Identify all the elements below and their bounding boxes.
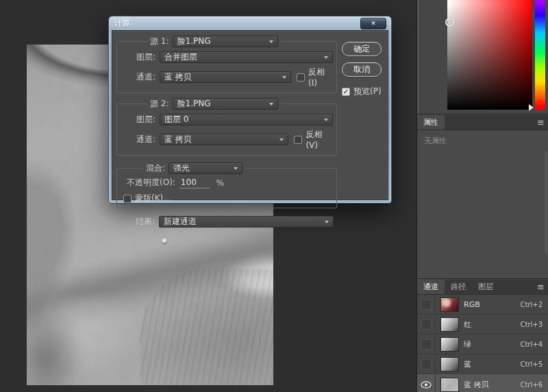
color-sample-cursor[interactable] xyxy=(445,18,454,27)
channel-name: 蓝 拷贝 xyxy=(464,380,520,390)
blending-group: 混合: 强光 不透明度(O): % 蒙版(K)... xyxy=(116,162,337,208)
saturation-brightness-field[interactable] xyxy=(447,0,532,110)
visibility-toggle[interactable] xyxy=(417,334,436,354)
channel-name: 绿 xyxy=(464,339,520,350)
source2-layer-value: 图层 0 xyxy=(164,114,188,125)
channel-thumbnail[interactable] xyxy=(440,357,459,371)
channel-row-red[interactable]: 红 Ctrl+3 xyxy=(417,315,548,334)
source2-channel-value: 蓝 拷贝 xyxy=(164,134,192,145)
eye-well xyxy=(421,319,432,330)
eye-icon xyxy=(421,381,432,389)
source1-channel-label: 通道: xyxy=(117,71,155,83)
source1-label: 源 1: xyxy=(150,36,169,47)
channels-panel: 通道 路径 图层 ≡ RGB Ctrl+2 红 Ctrl+3 xyxy=(417,280,548,392)
mask-label: 蒙版(K)... xyxy=(135,193,171,204)
properties-tabbar: 属性 ≡ xyxy=(417,115,548,130)
chevron-down-icon xyxy=(269,40,273,43)
cancel-button[interactable]: 取消 xyxy=(342,62,382,77)
channel-name: 蓝 xyxy=(464,359,520,369)
channel-thumbnail[interactable] xyxy=(440,337,459,352)
source1-channel-value: 蓝 拷贝 xyxy=(164,71,192,83)
opacity-label: 不透明度(O): xyxy=(127,177,175,188)
source1-invert-checkbox[interactable] xyxy=(297,73,305,82)
source1-file-dropdown[interactable]: 脸1.PNG xyxy=(173,36,278,47)
tab-layers[interactable]: 图层 xyxy=(472,280,499,294)
dialog-title: 计算 xyxy=(114,18,130,29)
visibility-toggle[interactable] xyxy=(417,374,436,392)
channel-thumbnail[interactable] xyxy=(440,297,459,312)
chevron-down-icon xyxy=(325,221,329,223)
color-picker-panel xyxy=(417,0,548,114)
chevron-down-icon xyxy=(324,119,328,121)
chevron-down-icon xyxy=(279,138,284,141)
preview-checkbox[interactable]: ✓ xyxy=(342,88,350,96)
blend-mode-value: 强光 xyxy=(173,162,190,174)
panel-menu-icon[interactable]: ≡ xyxy=(537,282,545,291)
source2-label: 源 2: xyxy=(150,98,169,110)
source1-invert-label: 反相(I) xyxy=(308,66,333,88)
chevron-down-icon xyxy=(269,103,273,106)
source2-layer-label: 图层: xyxy=(117,114,155,125)
tab-paths[interactable]: 路径 xyxy=(445,280,472,294)
source1-group: 源 1: 脸1.PNG 图层: 合并图层 通道: 蓝 xyxy=(116,36,337,93)
dialog-body: 源 1: 脸1.PNG 图层: 合并图层 通道: 蓝 xyxy=(112,30,388,200)
result-value: 新建通道 xyxy=(164,216,197,228)
channel-shortcut: Ctrl+6 xyxy=(520,381,543,389)
opacity-input[interactable] xyxy=(179,177,210,188)
channel-name: RGB xyxy=(464,300,520,309)
eye-well xyxy=(421,359,432,369)
channel-shortcut: Ctrl+5 xyxy=(520,360,543,368)
dialog-actions: 确定 取消 ✓ 预览(P) xyxy=(340,42,383,97)
channel-row-blue[interactable]: 蓝 Ctrl+5 xyxy=(417,354,548,374)
source2-channel-dropdown[interactable]: 蓝 拷贝 xyxy=(160,134,288,145)
channel-shortcut: Ctrl+2 xyxy=(520,301,543,308)
source2-invert-checkbox[interactable] xyxy=(294,136,302,144)
close-icon[interactable]: ✕ xyxy=(360,18,386,29)
hue-slider-marker-icon[interactable] xyxy=(529,104,534,111)
panel-column: 属性 ≡ 无属性 通道 路径 图层 ≡ RGB Ctrl+2 xyxy=(416,0,548,392)
channel-shortcut: Ctrl+4 xyxy=(520,341,543,348)
source1-layer-label: 图层: xyxy=(117,51,155,63)
no-properties-text: 无属性 xyxy=(424,136,447,146)
tab-channels[interactable]: 通道 xyxy=(417,280,445,294)
chevron-down-icon xyxy=(282,76,286,79)
eye-well xyxy=(421,299,432,310)
result-dropdown[interactable]: 新建通道 xyxy=(159,216,334,228)
visibility-toggle[interactable] xyxy=(417,315,436,334)
source2-file-dropdown[interactable]: 脸1.PNG xyxy=(173,98,278,110)
source1-channel-dropdown[interactable]: 蓝 拷贝 xyxy=(160,71,291,83)
tab-properties[interactable]: 属性 xyxy=(417,115,445,130)
properties-scrollbar[interactable] xyxy=(545,151,547,254)
ok-button[interactable]: 确定 xyxy=(342,42,382,56)
hue-slider[interactable] xyxy=(535,0,545,110)
dialog-titlebar[interactable]: 计算 ✕ xyxy=(109,16,391,30)
source2-channel-label: 通道: xyxy=(117,134,155,145)
calculations-dialog: 计算 ✕ 源 1: 脸1.PNG 图层: 合并图层 xyxy=(108,16,392,204)
panel-menu-icon[interactable]: ≡ xyxy=(537,118,545,127)
opacity-unit: % xyxy=(216,178,224,188)
channel-row-green[interactable]: 绿 Ctrl+4 xyxy=(417,334,548,354)
visibility-toggle[interactable] xyxy=(417,295,436,314)
chevron-down-icon xyxy=(234,167,238,170)
channel-thumbnail[interactable] xyxy=(440,317,459,332)
channel-thumbnail[interactable] xyxy=(440,378,459,392)
source2-file-value: 脸1.PNG xyxy=(177,98,211,110)
eye-well xyxy=(421,339,432,350)
visibility-toggle[interactable] xyxy=(417,354,436,373)
source1-layer-dropdown[interactable]: 合并图层 xyxy=(160,51,333,63)
chevron-down-icon xyxy=(324,56,328,59)
channel-name: 红 xyxy=(464,319,520,330)
channel-shortcut: Ctrl+3 xyxy=(520,321,543,328)
channel-row-blue-copy[interactable]: 蓝 拷贝 Ctrl+6 xyxy=(417,374,548,392)
source2-layer-dropdown[interactable]: 图层 0 xyxy=(160,114,333,125)
blend-mode-dropdown[interactable]: 强光 xyxy=(169,162,242,174)
source1-file-value: 脸1.PNG xyxy=(177,36,211,47)
source1-layer-value: 合并图层 xyxy=(164,51,197,63)
channels-tabbar: 通道 路径 图层 ≡ xyxy=(417,280,548,295)
mask-checkbox[interactable] xyxy=(123,195,132,203)
preview-label: 预览(P) xyxy=(353,86,382,97)
result-label: 结果: xyxy=(116,216,155,228)
photoshop-workspace: 属性 ≡ 无属性 通道 路径 图层 ≡ RGB Ctrl+2 xyxy=(0,0,548,392)
channel-row-rgb[interactable]: RGB Ctrl+2 xyxy=(417,295,548,315)
blend-label: 混合: xyxy=(146,162,165,174)
